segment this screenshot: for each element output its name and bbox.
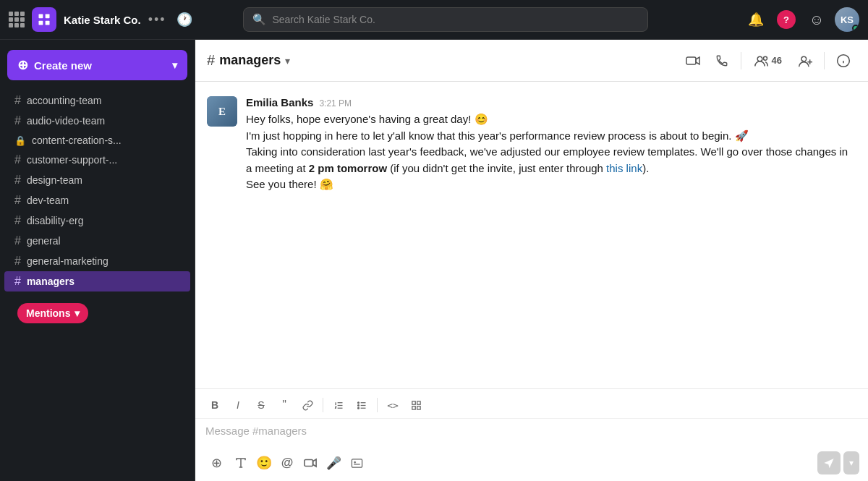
- mention-button[interactable]: @: [276, 453, 298, 473]
- code-button[interactable]: <>: [382, 395, 404, 415]
- sidebar-item-general[interactable]: # general: [4, 231, 190, 251]
- compose-placeholder: Message #managers: [205, 425, 307, 437]
- svg-point-19: [357, 401, 359, 403]
- mentions-label: Mentions: [26, 307, 70, 319]
- message-header: Emilia Banks 3:21 PM: [246, 96, 856, 108]
- sidebar: ⊕ Create new ▾ # accounting-team # audio…: [0, 40, 195, 481]
- search-bar[interactable]: 🔍: [243, 7, 648, 32]
- message-time: 3:21 PM: [319, 98, 352, 108]
- workspace-menu-icon[interactable]: •••: [148, 12, 166, 27]
- channel-list: # accounting-team # audio-video-team 🔒 c…: [0, 88, 195, 481]
- block-button[interactable]: [405, 395, 427, 415]
- channel-hash-icon: #: [207, 52, 215, 69]
- strikethrough-button[interactable]: S: [250, 395, 272, 415]
- hash-icon: #: [14, 234, 21, 247]
- svg-rect-25: [417, 406, 420, 409]
- channel-name: customer-support-...: [27, 154, 117, 166]
- link-button[interactable]: [297, 395, 318, 415]
- channel-name: dev-team: [27, 195, 69, 206]
- mentions-button[interactable]: Mentions ▾: [17, 303, 88, 323]
- create-new-button[interactable]: ⊕ Create new ▾: [7, 50, 187, 80]
- video-clip-button[interactable]: [299, 453, 321, 473]
- mentions-section: Mentions ▾: [0, 291, 195, 323]
- hash-icon: #: [14, 194, 21, 207]
- channel-name: accounting-team: [27, 95, 102, 106]
- compose-input-area[interactable]: Message #managers: [195, 419, 868, 448]
- svg-rect-27: [352, 459, 362, 467]
- attach-button[interactable]: ⊕: [204, 451, 229, 475]
- topbar-left: Katie Stark Co. ••• 🕐: [9, 7, 192, 32]
- svg-rect-26: [305, 460, 313, 467]
- create-new-label: Create new: [34, 59, 92, 72]
- video-call-button[interactable]: [680, 48, 706, 74]
- messages-area: E Emilia Banks 3:21 PM Hey folks, hope e…: [195, 82, 868, 388]
- hash-icon: #: [14, 94, 21, 107]
- channel-dropdown-icon[interactable]: ▾: [285, 55, 290, 67]
- emoji-picker-button[interactable]: 🙂: [253, 453, 275, 473]
- compose-footer-left: ⊕ 🙂 @ 🎤: [204, 451, 367, 475]
- emoji-button[interactable]: ☺: [804, 7, 829, 32]
- sidebar-item-customer-support[interactable]: # customer-support-...: [4, 150, 190, 170]
- channel-name: content-creation-s...: [32, 135, 122, 146]
- lock-icon: 🔒: [14, 135, 26, 146]
- channel-name: general-marketing: [27, 255, 109, 267]
- channel-name: managers: [27, 276, 75, 287]
- compose-footer: ⊕ 🙂 @ 🎤: [195, 448, 868, 481]
- phone-call-button[interactable]: [709, 48, 735, 74]
- svg-rect-23: [417, 401, 420, 404]
- chevron-down-icon: ▾: [75, 307, 80, 319]
- app-logo[interactable]: [32, 7, 56, 32]
- sidebar-item-design-team[interactable]: # design-team: [4, 170, 190, 190]
- add-member-button[interactable]: [792, 48, 818, 74]
- message-link[interactable]: this link: [606, 162, 642, 174]
- message-content: Emilia Banks 3:21 PM Hey folks, hope eve…: [246, 96, 856, 193]
- info-button[interactable]: [830, 48, 856, 74]
- notifications-button[interactable]: 🔔: [744, 7, 768, 32]
- chat-header-right: 46: [680, 48, 856, 74]
- audio-button[interactable]: 🎤: [323, 453, 344, 473]
- grid-icon[interactable]: [9, 12, 25, 27]
- format-text-button[interactable]: [230, 453, 252, 473]
- svg-point-7: [801, 56, 807, 61]
- history-icon[interactable]: 🕐: [176, 12, 192, 27]
- chat-header: # managers ▾: [195, 40, 868, 82]
- search-icon: 🔍: [252, 13, 266, 26]
- channel-name: disability-erg: [27, 215, 84, 226]
- sidebar-item-dev-team[interactable]: # dev-team: [4, 190, 190, 210]
- bell-icon: 🔔: [748, 12, 764, 27]
- sidebar-item-disability-erg[interactable]: # disability-erg: [4, 210, 190, 231]
- shortcuts-button[interactable]: [346, 453, 367, 473]
- hash-icon: #: [14, 214, 21, 227]
- message-text: Hey folks, hope everyone's having a grea…: [246, 111, 856, 193]
- search-input[interactable]: [272, 14, 639, 25]
- sidebar-item-content-creation[interactable]: 🔒 content-creation-s...: [4, 131, 190, 150]
- bold-button[interactable]: B: [204, 395, 226, 415]
- svg-point-5: [757, 56, 762, 61]
- send-button[interactable]: [817, 451, 841, 474]
- unordered-list-button[interactable]: [351, 395, 373, 415]
- help-button[interactable]: ?: [774, 7, 799, 32]
- svg-rect-24: [412, 406, 414, 409]
- header-divider-2: [824, 52, 825, 69]
- smiley-icon: ☺: [809, 12, 824, 28]
- sidebar-item-audio-video-team[interactable]: # audio-video-team: [4, 111, 190, 131]
- hash-icon: #: [14, 275, 21, 288]
- members-button[interactable]: 46: [747, 52, 789, 69]
- sidebar-item-general-marketing[interactable]: # general-marketing: [4, 251, 190, 271]
- channel-name: design-team: [27, 174, 82, 186]
- members-count: 46: [772, 55, 782, 66]
- ordered-list-button[interactable]: [328, 395, 349, 415]
- svg-rect-22: [412, 401, 414, 404]
- blockquote-button[interactable]: ": [273, 395, 295, 415]
- send-options-button[interactable]: ▾: [843, 451, 859, 474]
- user-avatar[interactable]: KS: [835, 7, 859, 32]
- svg-rect-3: [46, 21, 50, 25]
- svg-point-6: [763, 56, 767, 60]
- compose-area: B I S " <> M: [195, 388, 868, 481]
- italic-button[interactable]: I: [227, 395, 249, 415]
- chat-area: # managers ▾: [195, 40, 868, 481]
- hash-icon: #: [14, 174, 21, 187]
- sidebar-item-accounting-team[interactable]: # accounting-team: [4, 90, 190, 111]
- toolbar-divider-2: [377, 398, 378, 412]
- sidebar-item-managers[interactable]: # managers: [4, 271, 190, 291]
